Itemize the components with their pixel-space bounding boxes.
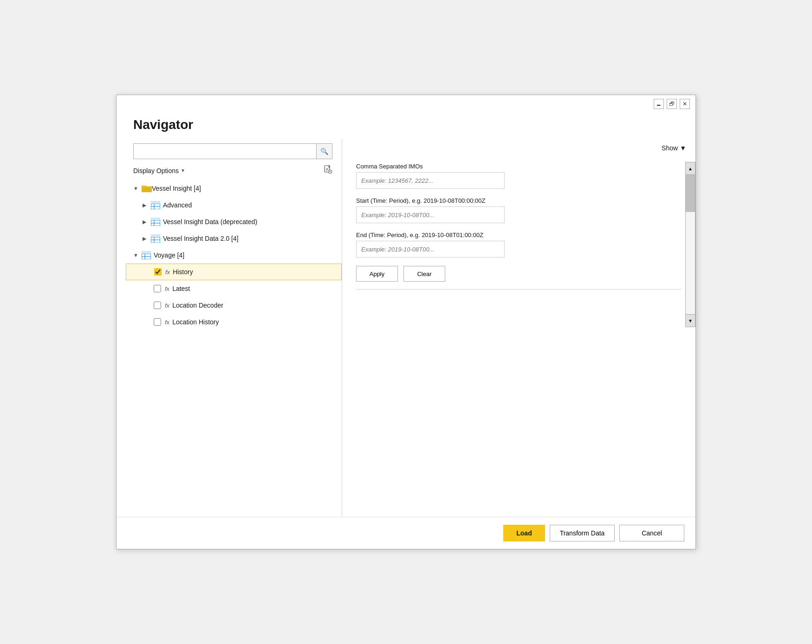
search-icon: 🔍 xyxy=(320,148,328,155)
imo-input[interactable] xyxy=(356,172,505,189)
latest-checkbox[interactable] xyxy=(154,285,161,292)
close-button[interactable]: ✕ xyxy=(680,99,690,109)
clear-button[interactable]: Clear xyxy=(403,266,445,282)
tree-item-vessel-insight-2[interactable]: ▶ Vessel Insight Data 2.0 [4] xyxy=(126,230,342,247)
table-icon xyxy=(142,251,151,259)
tree-item-location-history[interactable]: fx Location History xyxy=(126,314,342,330)
end-form-group: End (Time: Period), e.g. 2019-10-08T01:0… xyxy=(356,232,682,258)
table-icon xyxy=(151,201,160,209)
search-input[interactable] xyxy=(133,143,317,159)
tree-item-history-label: History xyxy=(173,268,193,276)
display-options-button[interactable]: Display Options ▼ xyxy=(133,167,185,174)
collapse-arrow-icon: ▼ xyxy=(133,186,142,191)
tree-item-latest[interactable]: fx Latest xyxy=(126,280,342,297)
main-body: 🔍 Display Options ▼ xyxy=(117,139,695,517)
imo-label: Comma Separated IMOs xyxy=(356,163,682,170)
export-icon xyxy=(323,167,332,176)
svg-rect-11 xyxy=(142,186,146,187)
table-icon xyxy=(151,234,160,243)
tree-item-location-decoder[interactable]: fx Location Decoder xyxy=(126,297,342,314)
scroll-controls: ▲ ▼ xyxy=(685,162,695,327)
scroll-down-button[interactable]: ▼ xyxy=(685,314,695,327)
title-bar: 🗕 🗗 ✕ xyxy=(117,95,695,113)
navigator-window: 🗕 🗗 ✕ Navigator 🔍 Display Options ▼ xyxy=(116,95,696,549)
tree-item-vessel-insight-2-label: Vessel Insight Data 2.0 [4] xyxy=(163,235,239,242)
imo-form-group: Comma Separated IMOs xyxy=(356,163,682,189)
expand-arrow-icon: ▶ xyxy=(143,236,151,242)
end-label: End (Time: Period), e.g. 2019-10-08T01:0… xyxy=(356,232,682,238)
apply-button[interactable]: Apply xyxy=(356,266,398,282)
export-button[interactable] xyxy=(323,165,332,176)
fx-icon: fx xyxy=(165,285,169,292)
table-icon xyxy=(151,218,160,226)
expand-arrow-icon: ▶ xyxy=(143,202,151,208)
transform-data-button[interactable]: Transform Data xyxy=(550,525,615,541)
end-input[interactable] xyxy=(356,241,505,258)
fx-icon: fx xyxy=(165,269,170,276)
left-panel: 🔍 Display Options ▼ xyxy=(117,139,342,517)
start-label: Start (Time: Period), e.g. 2019-10-08T00… xyxy=(356,197,682,204)
svg-rect-31 xyxy=(142,251,151,254)
svg-rect-21 xyxy=(151,218,160,220)
display-options-row: Display Options ▼ xyxy=(117,163,342,180)
page-title: Navigator xyxy=(117,113,695,139)
right-panel: Show ▼ ▲ ▼ Comma Separated IMOs xyxy=(342,139,695,517)
tree-item-history[interactable]: fx History xyxy=(126,264,342,280)
load-button[interactable]: Load xyxy=(503,525,545,541)
tree-item-voyage[interactable]: ▼ Voyage [4] xyxy=(126,247,342,264)
scroll-up-button[interactable]: ▲ xyxy=(685,162,695,175)
fx-icon: fx xyxy=(165,302,169,309)
title-bar-controls: 🗕 🗗 ✕ xyxy=(654,99,690,109)
history-checkbox[interactable] xyxy=(154,268,162,276)
minimize-button[interactable]: 🗕 xyxy=(654,99,664,109)
form-button-row: Apply Clear xyxy=(356,266,682,282)
scroll-thumb xyxy=(686,175,695,212)
tree-item-latest-label: Latest xyxy=(172,285,190,292)
divider xyxy=(356,289,682,290)
show-button[interactable]: Show ▼ xyxy=(662,144,686,152)
tree-item-vessel-insight-label: Vessel Insight [4] xyxy=(152,185,201,192)
restore-button[interactable]: 🗗 xyxy=(667,99,677,109)
search-bar-row: 🔍 xyxy=(117,139,342,163)
footer: Load Transform Data Cancel xyxy=(117,517,695,549)
tree-container: ▼ Vessel Insight [4] ▶ xyxy=(117,180,342,517)
display-options-label: Display Options xyxy=(133,167,179,174)
scroll-track xyxy=(685,175,695,314)
collapse-arrow-icon: ▼ xyxy=(133,252,142,258)
start-form-group: Start (Time: Period), e.g. 2019-10-08T00… xyxy=(356,197,682,223)
location-decoder-checkbox[interactable] xyxy=(154,302,161,309)
tree-item-location-history-label: Location History xyxy=(172,318,219,326)
tree-item-advanced[interactable]: ▶ Advanced xyxy=(126,197,342,213)
chevron-down-icon: ▼ xyxy=(181,168,185,173)
tree-item-voyage-label: Voyage [4] xyxy=(154,251,184,259)
search-button[interactable]: 🔍 xyxy=(317,143,332,159)
fx-icon: fx xyxy=(165,319,169,326)
right-panel-content: Comma Separated IMOs Start (Time: Period… xyxy=(342,155,695,517)
svg-rect-26 xyxy=(151,234,160,237)
tree-item-vessel-insight[interactable]: ▼ Vessel Insight [4] xyxy=(126,180,342,197)
svg-rect-16 xyxy=(151,201,160,204)
show-label: Show xyxy=(662,144,678,152)
tree-item-advanced-label: Advanced xyxy=(163,201,192,209)
location-history-checkbox[interactable] xyxy=(154,318,161,326)
cancel-button[interactable]: Cancel xyxy=(619,525,684,541)
tree-item-location-decoder-label: Location Decoder xyxy=(172,302,223,309)
right-panel-header: Show ▼ xyxy=(342,139,695,155)
tree-item-vessel-insight-deprecated[interactable]: ▶ Vessel Insight Data (deprecated) xyxy=(126,213,342,230)
start-input[interactable] xyxy=(356,206,505,223)
expand-arrow-icon: ▶ xyxy=(143,219,151,225)
show-chevron-icon: ▼ xyxy=(680,144,686,152)
folder-icon xyxy=(142,184,152,193)
tree-item-vessel-insight-deprecated-label: Vessel Insight Data (deprecated) xyxy=(163,218,257,225)
